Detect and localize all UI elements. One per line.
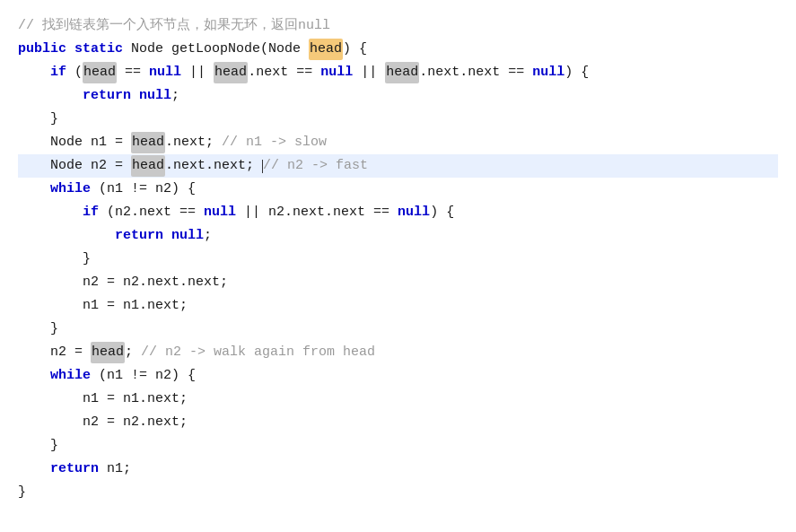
keyword-null-3: null xyxy=(532,62,564,83)
code-line-6: Node n2 = head .next.next; // n2 -> fast xyxy=(18,154,778,178)
code-line-9: return null ; xyxy=(18,224,778,248)
highlight-head-6: head xyxy=(131,155,165,177)
code-line-15: while (n1 != n2) { xyxy=(18,364,778,388)
keyword-null-6: null xyxy=(398,202,430,223)
highlight-head-5: head xyxy=(131,132,165,153)
code-line-19: return n1; xyxy=(18,458,778,481)
keyword-static: static xyxy=(74,39,123,60)
code-line-13: } xyxy=(18,318,778,341)
code-line-10: } xyxy=(18,248,778,271)
code-line-2: if ( head == null || head .next == null … xyxy=(18,61,778,84)
keyword-null-5: null xyxy=(204,202,236,223)
highlight-head-3: head xyxy=(214,62,248,83)
highlight-head-7: head xyxy=(91,342,125,363)
code-line-7: while (n1 != n2) { xyxy=(18,178,778,201)
keyword-public: public xyxy=(18,39,66,60)
highlight-head-2: head xyxy=(83,62,117,83)
keyword-null-7: null xyxy=(171,225,204,247)
keyword-if-2: if xyxy=(83,202,99,223)
highlight-head-1: head xyxy=(309,39,343,60)
code-line-20: } xyxy=(18,481,778,504)
code-line-1: public static Node getLoopNode(Node head… xyxy=(18,38,778,61)
code-line-14: n2 = head ; // n2 -> walk again from hea… xyxy=(18,341,778,364)
code-line-18: } xyxy=(18,434,778,458)
highlight-head-4: head xyxy=(385,62,419,83)
code-line-8: if (n2.next == null || n2.next.next == n… xyxy=(18,201,778,224)
keyword-null-2: null xyxy=(320,62,353,83)
code-line-comment: // 找到链表第一个入环节点，如果无环，返回null xyxy=(18,14,778,38)
code-line-16: n1 = n1.next; xyxy=(18,388,778,411)
comment-n2: // n2 -> fast xyxy=(263,155,368,177)
keyword-while-2: while xyxy=(50,365,91,387)
keyword-null-1: null xyxy=(149,62,181,83)
keyword-while-1: while xyxy=(50,179,91,200)
code-line-3: return null ; xyxy=(18,84,778,108)
keyword-return-2: return xyxy=(115,225,163,247)
code-editor: // 找到链表第一个入环节点，如果无环，返回null public static… xyxy=(0,0,796,532)
keyword-return-3: return xyxy=(50,458,99,480)
code-line-5: Node n1 = head .next; // n1 -> slow xyxy=(18,131,778,154)
keyword-null-4: null xyxy=(139,85,171,107)
code-line-4: } xyxy=(18,108,778,131)
code-line-12: n1 = n1.next; xyxy=(18,294,778,318)
comment-n1: // n1 -> slow xyxy=(222,132,327,153)
code-line-17: n2 = n2.next; xyxy=(18,411,778,434)
keyword-return-1: return xyxy=(83,85,131,107)
code-line-11: n2 = n2.next.next; xyxy=(18,271,778,294)
comment-text: // 找到链表第一个入环节点，如果无环，返回null xyxy=(18,15,330,37)
keyword-if: if xyxy=(50,62,66,83)
comment-walk: // n2 -> walk again from head xyxy=(141,342,375,363)
